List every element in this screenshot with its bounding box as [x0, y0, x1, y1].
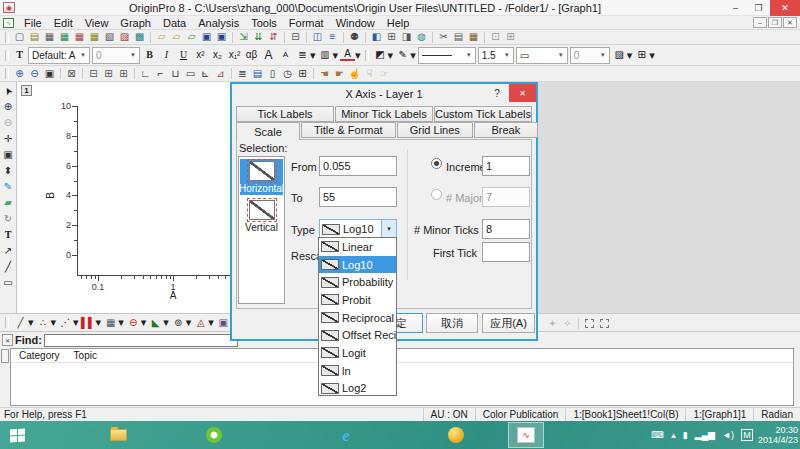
sub-superscript-button[interactable]: x₁²: [226, 48, 243, 63]
line-tool[interactable]: ╱: [1, 260, 16, 274]
paste-button[interactable]: ▦: [466, 31, 481, 44]
import-wizard-button[interactable]: ⇲: [236, 31, 251, 44]
option-logit[interactable]: Logit: [319, 344, 396, 362]
new-layout-button[interactable]: ▧: [102, 31, 117, 44]
results-log-button[interactable]: ≡: [325, 31, 340, 44]
tab-break[interactable]: Break: [474, 122, 538, 138]
font-button[interactable]: T: [12, 49, 27, 62]
refresh-tool[interactable]: ↻: [1, 212, 16, 226]
dock-window-button[interactable]: ⊡: [488, 31, 503, 44]
new-function-button[interactable]: ▦: [87, 31, 102, 44]
toolbar-grip[interactable]: [5, 68, 9, 79]
tab-minor-tick-labels[interactable]: Minor Tick Labels: [335, 106, 433, 122]
scatter-plot-button[interactable]: ∴▾: [35, 315, 58, 330]
pattern-button[interactable]: ▨▾: [611, 48, 634, 63]
line-width-combo[interactable]: 1.5▼: [478, 47, 514, 64]
tray-show-hidden-icon[interactable]: ▴: [671, 431, 676, 440]
selection-vertical[interactable]: Vertical: [240, 198, 283, 234]
data-selector-tool[interactable]: ⬍: [1, 164, 16, 178]
toolbar-grip[interactable]: [5, 50, 9, 61]
new-matrix-button[interactable]: ▦: [72, 31, 87, 44]
arrange-grid-button[interactable]: ⊞: [116, 67, 131, 80]
print-preview-button[interactable]: ◫: [310, 31, 325, 44]
find-input[interactable]: [44, 334, 238, 347]
from-input[interactable]: 0.055: [319, 156, 397, 176]
axis-box-button[interactable]: ▭: [183, 67, 198, 80]
screen-reader-tool[interactable]: ▣: [1, 148, 16, 162]
column-category[interactable]: Category: [19, 350, 60, 361]
child-restore-button[interactable]: ❐: [768, 17, 782, 28]
data-reader-tool[interactable]: ✛: [1, 132, 16, 146]
option-probit[interactable]: Probit: [319, 291, 396, 309]
status-graph[interactable]: 1:[Graph1]1: [685, 408, 753, 421]
line-plot-button[interactable]: ╱▾: [12, 315, 35, 330]
option-offset-reciprocal[interactable]: Offset Reciprocal: [319, 326, 396, 344]
axis-bottom-button[interactable]: ⊔: [168, 67, 183, 80]
zoom-out-button[interactable]: ⊖: [27, 67, 42, 80]
find-close-button[interactable]: ✕: [2, 334, 13, 346]
status-autoupdate[interactable]: AU : ON: [423, 408, 475, 421]
new-table-button[interactable]: ⊞: [295, 67, 310, 80]
save-template-button[interactable]: ▣: [214, 31, 229, 44]
status-book[interactable]: 1:[Book1]Sheet1!Col(B): [565, 408, 685, 421]
menu-graph[interactable]: Graph: [114, 16, 157, 30]
add-layer-button[interactable]: ☚: [317, 67, 332, 80]
new-graph-button[interactable]: ▦: [57, 31, 72, 44]
bold-button[interactable]: B: [141, 48, 158, 63]
zoom-in-button[interactable]: ⊕: [12, 67, 27, 80]
close-button[interactable]: ✕: [770, 0, 800, 16]
selection-horizontal[interactable]: Horizontal: [240, 159, 283, 195]
border-style-combo[interactable]: ▭▼: [516, 47, 568, 64]
tab-title-format[interactable]: Title & Format: [301, 122, 396, 138]
project-explorer-button[interactable]: ⚉: [347, 31, 362, 44]
column-topic[interactable]: Topic: [74, 350, 97, 361]
new-template-button[interactable]: ▩: [132, 31, 147, 44]
dialog-help-button[interactable]: ?: [488, 85, 506, 102]
option-ln[interactable]: ln: [319, 362, 396, 380]
tray-power-icon[interactable]: ▮: [683, 431, 688, 440]
tab-grid-lines[interactable]: Grid Lines: [397, 122, 473, 138]
italic-button[interactable]: I: [158, 48, 175, 63]
option-log2[interactable]: Log2: [319, 380, 396, 397]
option-linear[interactable]: Linear: [319, 238, 396, 256]
pointer-tool[interactable]: ➤: [0, 81, 18, 101]
arrange-vertical-button[interactable]: ⊞: [101, 67, 116, 80]
axis-corner-button[interactable]: ⊾: [198, 67, 213, 80]
align-button[interactable]: ≣▾: [294, 48, 317, 63]
area-plot-button[interactable]: ◣▾: [147, 315, 170, 330]
tray-keyboard-icon[interactable]: ⌨: [651, 431, 664, 440]
toolbar-grip[interactable]: [5, 32, 9, 43]
new-notes-button[interactable]: ▨: [117, 31, 132, 44]
new-workbook-button[interactable]: ▦: [42, 31, 57, 44]
workspace-button[interactable]: ⊞: [384, 31, 399, 44]
decrease-font-button[interactable]: A: [277, 48, 294, 63]
restore-button[interactable]: ❐: [747, 0, 770, 16]
merge-layers-button[interactable]: ☞: [377, 67, 392, 80]
legend-button[interactable]: ≣: [235, 67, 250, 80]
font-size-combo[interactable]: 0▼: [92, 47, 140, 64]
taskbar-origin[interactable]: ∿: [508, 422, 544, 448]
option-log10[interactable]: Log10: [319, 256, 396, 274]
taskbar-browser-360[interactable]: [196, 422, 232, 448]
menu-file[interactable]: File: [18, 16, 48, 30]
date-time-button[interactable]: ◷: [280, 67, 295, 80]
toolbar-grip[interactable]: [365, 50, 369, 61]
taskbar-app-gold[interactable]: [438, 422, 474, 448]
major-ticks-input[interactable]: 7: [482, 187, 530, 207]
cancel-button[interactable]: 取消: [426, 313, 478, 333]
color-scale-button[interactable]: ▯: [265, 67, 280, 80]
tray-ime-icon[interactable]: M: [741, 429, 753, 441]
border-width-combo[interactable]: 0▼: [570, 47, 610, 64]
menu-analysis[interactable]: Analysis: [192, 16, 245, 30]
tab-custom-tick-labels[interactable]: Custom Tick Labels: [434, 106, 532, 122]
fit-layer-to-page-button[interactable]: [597, 317, 612, 330]
option-probability[interactable]: Probability: [319, 273, 396, 291]
print-button[interactable]: ⊟: [288, 31, 303, 44]
whole-page-button[interactable]: ▣: [42, 67, 57, 80]
zoom-out-tool[interactable]: ⊖: [1, 116, 16, 130]
cut-button[interactable]: ✂: [436, 31, 451, 44]
menu-view[interactable]: View: [79, 16, 115, 30]
subscript-button[interactable]: x₂: [209, 48, 226, 63]
add-right-y-layer-button[interactable]: ☛: [332, 67, 347, 80]
dialog-title-bar[interactable]: X Axis - Layer 1 ? ✕: [232, 84, 536, 104]
